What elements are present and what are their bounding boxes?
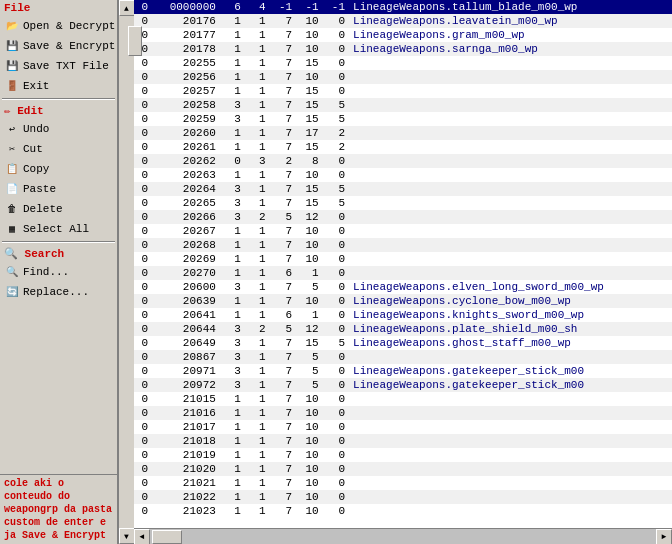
table-cell: 1 [220,238,245,252]
table-cell: 3 [220,98,245,112]
table-cell: 7 [270,224,296,238]
copy-button[interactable]: 📋 Copy [0,159,117,179]
table-cell: 10 [296,476,322,490]
table-row[interactable]: 020177117100LineageWeapons.gram_m00_wp [134,28,672,42]
table-cell: 1 [245,420,270,434]
table-cell: 1 [245,504,270,518]
table-row[interactable]: 02097231750LineageWeapons.gatekeeper_sti… [134,378,672,392]
select-all-button[interactable]: ▦ Select All [0,219,117,239]
find-button[interactable]: 🔍 Find... [0,262,117,282]
vertical-scrollbar[interactable]: ▲ ▼ [118,0,134,544]
table-row[interactable]: 020268117100 [134,238,672,252]
table-row[interactable]: 020255117150 [134,56,672,70]
table-cell: 1 [245,308,270,322]
table-row[interactable]: 020256117100 [134,70,672,84]
table-row[interactable]: 021022117100 [134,490,672,504]
table-cell: LineageWeapons.ghost_staff_m00_wp [349,336,672,350]
table-cell: 1 [245,238,270,252]
file-section-label: File [0,0,117,16]
table-row[interactable]: 020260117172 [134,126,672,140]
table-row[interactable]: 020267117100 [134,224,672,238]
table-row[interactable]: 020259317155 [134,112,672,126]
table-cell: 21016 [152,406,220,420]
table-cell: 0 [134,462,152,476]
table-cell: LineageWeapons.gatekeeper_stick_m00 [349,364,672,378]
open-decrypt-button[interactable]: 📂 Open & Decrypt [0,16,117,36]
table-cell: 0 [134,392,152,406]
replace-icon: 🔄 [4,284,20,300]
table-row[interactable]: 021021117100 [134,476,672,490]
table-cell: 7 [270,462,296,476]
table-row[interactable]: 020258317155 [134,98,672,112]
table-cell: 1 [220,476,245,490]
table-cell: 1 [245,224,270,238]
data-table-container[interactable]: 0000000064-1-1-1LineageWeapons.tallum_bl… [134,0,672,528]
table-row[interactable]: 020257117150 [134,84,672,98]
exit-button[interactable]: 🚪 Exit [0,76,117,96]
table-cell: 7 [270,42,296,56]
table-cell [349,70,672,84]
table-row[interactable]: 021018117100 [134,434,672,448]
h-scroll-thumb[interactable] [152,530,182,544]
table-cell: 5 [323,336,349,350]
table-row[interactable]: 020263117100 [134,168,672,182]
table-cell: 0 [323,154,349,168]
table-row[interactable]: 021020117100 [134,462,672,476]
scroll-thumb[interactable] [128,26,142,56]
table-row[interactable]: 02064111610LineageWeapons.knights_sword_… [134,308,672,322]
delete-button[interactable]: 🗑 Delete [0,199,117,219]
table-row[interactable]: 021023117100 [134,504,672,518]
replace-button[interactable]: 🔄 Replace... [0,282,117,302]
data-table: 0000000064-1-1-1LineageWeapons.tallum_bl… [134,0,672,518]
table-cell: 1 [245,196,270,210]
table-row[interactable]: 020266325120 [134,210,672,224]
table-row[interactable]: 02086731750 [134,350,672,364]
scroll-up-button[interactable]: ▲ [119,0,135,16]
table-cell: 20261 [152,140,220,154]
table-cell: 1 [245,42,270,56]
table-row[interactable]: 020269117100 [134,252,672,266]
save-encrypt-button[interactable]: 💾 Save & Encrypt [0,36,117,56]
table-cell: 7 [270,504,296,518]
table-cell: 5 [323,112,349,126]
table-cell: LineageWeapons.elven_long_sword_m00_wp [349,280,672,294]
table-row[interactable]: 02026203280 [134,154,672,168]
table-row[interactable]: 020264317155 [134,182,672,196]
table-row[interactable]: 021016117100 [134,406,672,420]
table-row[interactable]: 020265317155 [134,196,672,210]
undo-button[interactable]: ↩ Undo [0,119,117,139]
table-row[interactable]: 021019117100 [134,448,672,462]
table-row[interactable]: 020176117100LineageWeapons.leavatein_m00… [134,14,672,28]
table-cell: 0 [134,140,152,154]
table-cell: 2 [245,210,270,224]
table-row[interactable]: 021015117100 [134,392,672,406]
table-cell: 3 [220,378,245,392]
table-row[interactable]: 021017117100 [134,420,672,434]
table-cell: 1 [245,364,270,378]
table-row[interactable]: 02060031750LineageWeapons.elven_long_swo… [134,280,672,294]
save-txt-button[interactable]: 💾 Save TXT File [0,56,117,76]
table-cell: 0 [134,98,152,112]
table-row[interactable]: 020178117100LineageWeapons.sarnga_m00_wp [134,42,672,56]
scroll-down-button[interactable]: ▼ [119,528,135,544]
scroll-left-button[interactable]: ◄ [134,529,150,545]
table-row[interactable]: 020639117100LineageWeapons.cyclone_bow_m… [134,294,672,308]
table-row[interactable]: 020644325120LineageWeapons.plate_shield_… [134,322,672,336]
table-cell: 3 [220,364,245,378]
h-scroll-track[interactable] [150,529,656,545]
table-row[interactable]: 02097131750LineageWeapons.gatekeeper_sti… [134,364,672,378]
table-cell: 7 [270,392,296,406]
table-row[interactable]: 020261117152 [134,140,672,154]
scroll-right-button[interactable]: ► [656,529,672,545]
table-row[interactable]: 02027011610 [134,266,672,280]
table-row[interactable]: 020649317155LineageWeapons.ghost_staff_m… [134,336,672,350]
paste-button[interactable]: 📄 Paste [0,179,117,199]
table-cell: 1 [220,224,245,238]
horizontal-scrollbar[interactable]: ◄ ► [134,528,672,544]
cut-button[interactable]: ✂ Cut [0,139,117,159]
table-cell: 7 [270,448,296,462]
table-row[interactable]: 0000000064-1-1-1LineageWeapons.tallum_bl… [134,0,672,14]
table-cell: 5 [323,182,349,196]
table-cell: 1 [220,490,245,504]
table-cell: 10 [296,252,322,266]
